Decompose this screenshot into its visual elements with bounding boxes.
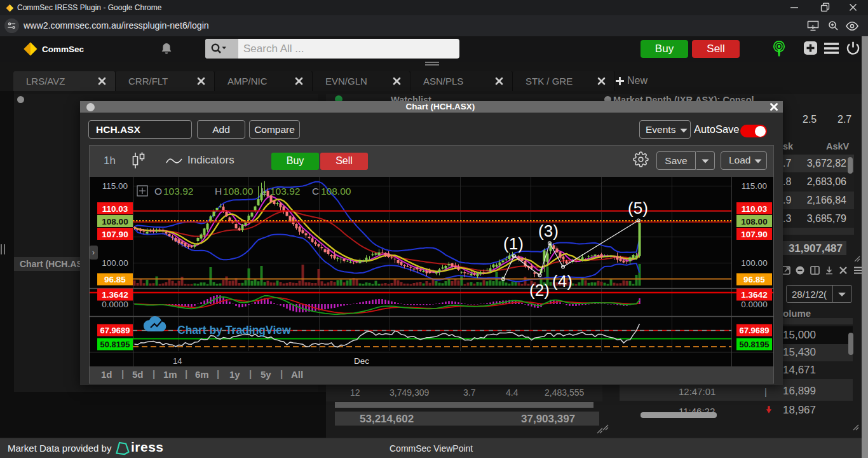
svg-text:H: H bbox=[215, 186, 222, 197]
svg-text:110.03: 110.03 bbox=[742, 204, 768, 214]
svg-text:100.00: 100.00 bbox=[102, 258, 128, 268]
svg-text:O: O bbox=[154, 186, 162, 197]
svg-text:108.00: 108.00 bbox=[223, 186, 254, 197]
svg-text:(3): (3) bbox=[538, 221, 559, 240]
svg-text:1.3642: 1.3642 bbox=[741, 290, 767, 300]
svg-text:108.00: 108.00 bbox=[741, 217, 767, 226]
svg-text:›: › bbox=[92, 248, 95, 257]
svg-text:103.92: 103.92 bbox=[270, 186, 300, 197]
svg-text:(1): (1) bbox=[503, 234, 524, 253]
svg-text:96.85: 96.85 bbox=[104, 275, 126, 284]
svg-text:50.8195: 50.8195 bbox=[100, 340, 130, 349]
svg-text:67.9689: 67.9689 bbox=[100, 326, 130, 335]
svg-text:108.00: 108.00 bbox=[321, 186, 351, 197]
svg-text:L: L bbox=[261, 186, 267, 197]
svg-text:(4): (4) bbox=[552, 272, 573, 291]
svg-text:107.90: 107.90 bbox=[741, 230, 767, 239]
svg-text:107.90: 107.90 bbox=[102, 230, 128, 239]
svg-text:0.0000: 0.0000 bbox=[102, 300, 128, 309]
svg-text:14: 14 bbox=[173, 356, 182, 366]
svg-text:(5): (5) bbox=[628, 198, 648, 218]
svg-text:C: C bbox=[312, 186, 319, 197]
svg-text:115.00: 115.00 bbox=[742, 181, 767, 191]
svg-text:1.3642: 1.3642 bbox=[102, 290, 128, 300]
svg-text:100.00: 100.00 bbox=[741, 258, 767, 268]
svg-text:103.92: 103.92 bbox=[163, 186, 193, 197]
svg-text:115.00: 115.00 bbox=[102, 181, 128, 191]
svg-text:0.0000: 0.0000 bbox=[741, 300, 767, 309]
svg-text:110.03: 110.03 bbox=[102, 204, 128, 214]
svg-text:(2): (2) bbox=[529, 281, 550, 300]
svg-text:108.00: 108.00 bbox=[102, 217, 128, 226]
svg-text:Chart by TradingView: Chart by TradingView bbox=[177, 324, 291, 337]
svg-text:67.9689: 67.9689 bbox=[740, 326, 770, 335]
svg-text:50.8195: 50.8195 bbox=[740, 340, 770, 349]
svg-text:96.85: 96.85 bbox=[743, 275, 765, 284]
svg-text:Dec: Dec bbox=[354, 356, 369, 366]
